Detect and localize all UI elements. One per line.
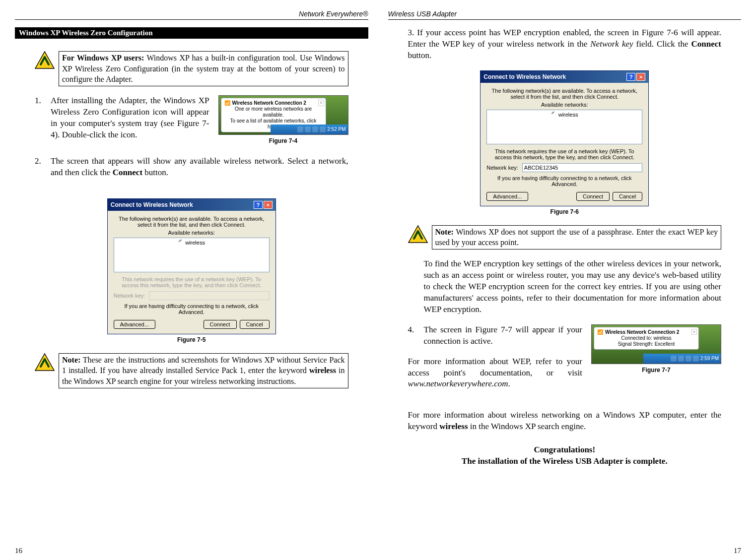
step-3: 3. If your access point has WEP encrypti… [408,27,722,62]
network-key-label: Network key: [486,165,518,171]
systray-mock-77: × 📶Wireless Network Connection 2 Connect… [591,324,721,364]
info-callout-2: Note: These are the instructions and scr… [35,353,348,388]
taskbar: 2:52 PM [271,124,348,134]
systray-balloon: × 📶Wireless Network Connection 2 Connect… [594,327,699,350]
advanced-note: If you are having difficulty connecting … [486,175,642,187]
network-key-input[interactable] [522,163,642,172]
network-list-item[interactable]: wireless [488,112,640,118]
available-networks-label: Available networks: [114,230,270,236]
warning-icon [35,353,55,371]
help-icon[interactable]: ? [626,73,635,81]
step-1: 1. After installing the Adapter, the Win… [35,95,348,145]
tray-icon [693,356,699,362]
dialog-intro: The following network(s) are available. … [114,216,270,228]
wep-paragraph: To find the WEP encryption key settings … [424,258,722,315]
info-callout-3-text: Note: Windows XP does not support the us… [432,225,722,249]
page-header-right: Wireless USB Adapter [388,10,742,20]
figure-7-6: Connect to Wireless Network ? × The foll… [408,70,722,215]
page-right: Wireless USB Adapter 3. If your access p… [388,10,742,555]
section-header: Windows XP Wireless Zero Configuration [15,27,368,39]
close-icon[interactable]: × [636,73,645,81]
tray-time: 2:52 PM [327,126,345,133]
help-icon[interactable]: ? [254,201,263,209]
page-header-left: Network Everywhere® [15,10,368,20]
figure-7-6-caption: Figure 7-6 [408,208,722,215]
tray-time: 2:59 PM [700,355,719,362]
dialog-title: Connect to Wireless Network [483,73,566,80]
wifi-icon: 📶 [224,100,230,106]
tray-icon [320,126,326,132]
step-4-text: The screen in Figure 7-7 will appear if … [424,324,583,347]
balloon-close-icon: × [691,329,697,335]
svg-marker-1 [35,354,54,371]
network-list[interactable]: wireless [114,238,270,272]
figure-7-4: × 📶Wireless Network Connection 2 One or … [218,95,348,145]
available-networks-label: Available networks: [486,102,642,108]
info-callout-1-text: For Windows XP users: Windows XP has a b… [59,51,348,86]
advanced-button[interactable]: Advanced... [486,192,528,201]
taskbar: 2:59 PM [643,354,721,364]
page-left: Network Everywhere® Windows XP Wireless … [15,10,368,555]
dialog-title: Connect to Wireless Network [111,201,193,208]
page-number-left: 16 [15,547,22,555]
info-callout-1: For Windows XP users: Windows XP has a b… [35,51,348,86]
network-list-item[interactable]: wireless [116,240,268,246]
systray-mock-74: × 📶Wireless Network Connection 2 One or … [218,95,348,135]
tray-icon [312,126,318,132]
svg-marker-2 [409,226,427,243]
figure-7-7-caption: Figure 7-7 [591,366,721,374]
figure-7-5: Connect to Wireless Network ? × The foll… [35,198,348,343]
network-key-input [149,291,269,300]
info-callout-3: Note: Windows XP does not support the us… [408,225,722,249]
figure-7-5-caption: Figure 7-5 [35,336,348,343]
dialog-intro: The following network(s) are available. … [486,88,642,100]
dialog-connect-76: Connect to Wireless Network ? × The foll… [480,70,649,206]
tray-icon [305,126,311,132]
connect-button[interactable]: Connect [204,320,237,329]
cancel-button[interactable]: Cancel [240,320,270,329]
figure-7-4-caption: Figure 7-4 [218,137,348,145]
dialog-titlebar: Connect to Wireless Network ? × [481,71,648,83]
step-1-text: After installing the Adapter, the Window… [51,95,209,141]
tray-icon [671,356,677,362]
connect-button[interactable]: Connect [576,192,610,201]
warning-icon [408,225,428,243]
wifi-icon: 📶 [597,329,603,335]
page-number-right: 17 [734,547,741,555]
step-2: 2. The screen that appears will show any… [35,156,348,179]
callout-bold: For Windows XP users: [62,54,144,62]
balloon-close-icon: × [318,100,324,106]
wep-note: This network requires the use of a netwo… [486,148,642,160]
figure-7-7: × 📶Wireless Network Connection 2 Connect… [591,324,721,374]
dialog-connect-75: Connect to Wireless Network ? × The foll… [107,198,276,334]
advanced-note: If you are having difficulty connecting … [114,303,270,315]
info-callout-2-text: Note: These are the instructions and scr… [59,353,348,388]
warning-icon [35,51,55,69]
network-list[interactable]: wireless [486,110,642,144]
advanced-button[interactable]: Advanced... [114,320,155,329]
more-info-xp: For more information about wireless netw… [408,410,722,433]
more-info-wep: For more information about WEP, refer to… [408,356,583,390]
close-icon[interactable]: × [264,201,273,209]
tray-icon [678,356,684,362]
dialog-titlebar: Connect to Wireless Network ? × [108,199,275,211]
tray-icon [686,356,691,362]
congratulations: Congratulations! The installation of the… [408,444,722,467]
cancel-button[interactable]: Cancel [613,192,642,201]
svg-marker-0 [35,52,54,68]
tray-icon [297,126,303,132]
wep-note: This network requires the use of a netwo… [114,276,270,288]
website-link: www.networkeverywhere.com [408,379,508,388]
step-4: 4. The screen in Figure 7-7 will appear … [408,324,722,390]
network-key-label: Network key: [114,293,145,299]
